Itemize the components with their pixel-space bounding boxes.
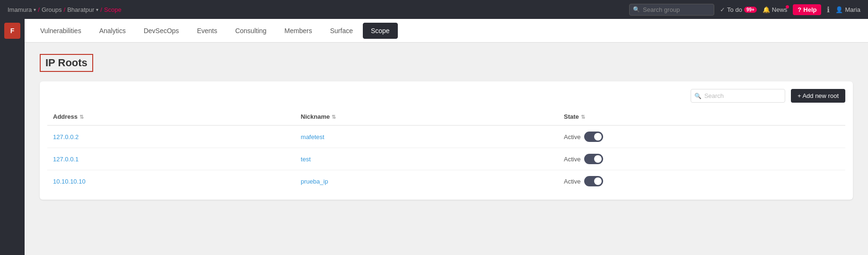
col-label-address: Address — [53, 113, 78, 120]
help-button[interactable]: ? Help — [793, 4, 821, 15]
help-icon: ? — [798, 6, 801, 13]
user-label: Maria — [845, 6, 860, 13]
table-header-row: Address⇅Nickname⇅State⇅ — [47, 108, 845, 125]
top-nav-right: 🔍 ✓ To do 99+ 🔔 News ? Help ℹ 👤 Maria — [629, 4, 860, 16]
add-new-root-button[interactable]: + Add new root — [791, 89, 845, 103]
table-row: 127.0.0.1testActive — [47, 148, 845, 170]
row-state-1: Active — [558, 148, 845, 170]
col-header-address[interactable]: Address⇅ — [47, 108, 295, 125]
search-group-icon: 🔍 — [633, 6, 640, 13]
ip-roots-table: Address⇅Nickname⇅State⇅ 127.0.0.2mafetes… — [47, 108, 845, 192]
tab-members[interactable]: Members — [276, 23, 320, 39]
search-group-wrap: 🔍 — [629, 4, 714, 16]
info-button[interactable]: ℹ — [827, 5, 830, 14]
news-label: News — [772, 6, 788, 13]
row-toggle-2[interactable] — [584, 176, 603, 186]
sidebar-logo[interactable]: F — [4, 23, 20, 39]
breadcrumb-scope: Scope — [104, 6, 122, 13]
sidebar: F — [0, 19, 25, 255]
row-toggle-1[interactable] — [584, 154, 603, 164]
row-address-1[interactable]: 127.0.0.1 — [47, 148, 295, 170]
col-header-nickname[interactable]: Nickname⇅ — [295, 108, 558, 125]
table-row: 127.0.0.2mafetestActive — [47, 125, 845, 148]
news-dot — [786, 5, 789, 9]
tab-consulting[interactable]: Consulting — [227, 23, 274, 39]
table-head: Address⇅Nickname⇅State⇅ — [47, 108, 845, 125]
layout: F VulnerabilitiesAnalyticsDevSecOpsEvent… — [0, 19, 868, 255]
tab-events[interactable]: Events — [189, 23, 225, 39]
row-address-2[interactable]: 10.10.10.10 — [47, 170, 295, 193]
sort-icon-address[interactable]: ⇅ — [79, 114, 84, 120]
user-icon: 👤 — [835, 6, 843, 13]
imamura-dropdown-icon[interactable]: ▾ — [34, 7, 36, 12]
table-card: 🔍 + Add new root Address⇅Nickname⇅State⇅… — [40, 81, 853, 200]
row-state-2: Active — [558, 170, 845, 193]
todo-badge: 99+ — [744, 7, 757, 13]
section-title: IP Roots — [40, 54, 93, 72]
tab-analytics[interactable]: Analytics — [91, 23, 134, 39]
table-search-input[interactable] — [691, 89, 785, 103]
sort-icon-state[interactable]: ⇅ — [581, 114, 585, 120]
row-state-label-0: Active — [564, 133, 580, 141]
row-state-label-2: Active — [564, 178, 580, 185]
check-icon: ✓ — [720, 6, 725, 13]
news-button[interactable]: 🔔 News — [763, 6, 788, 13]
table-body: 127.0.0.2mafetestActive127.0.0.1testActi… — [47, 125, 845, 192]
search-group-input[interactable] — [629, 4, 714, 16]
user-menu[interactable]: 👤 Maria — [835, 6, 860, 13]
tab-devsecops[interactable]: DevSecOps — [136, 23, 187, 39]
breadcrumb-groups[interactable]: Groups — [42, 6, 62, 13]
help-label: Help — [803, 6, 816, 13]
row-nickname-0[interactable]: mafetest — [295, 125, 558, 148]
row-toggle-0[interactable] — [584, 132, 603, 142]
bell-icon: 🔔 — [763, 6, 770, 13]
table-search-icon: 🔍 — [694, 93, 701, 99]
tab-surface[interactable]: Surface — [322, 23, 361, 39]
page-body: IP Roots 🔍 + Add new root Address⇅Nickna… — [25, 43, 868, 255]
row-nickname-1[interactable]: test — [295, 148, 558, 170]
row-state-label-1: Active — [564, 156, 580, 163]
top-nav: Imamura ▾ / Groups / Bharatpur ▾ / Scope… — [0, 0, 868, 19]
col-label-state: State — [564, 113, 579, 120]
row-nickname-2[interactable]: prueba_ip — [295, 170, 558, 193]
tab-scope[interactable]: Scope — [363, 23, 398, 39]
bharatpur-dropdown-icon[interactable]: ▾ — [96, 7, 98, 12]
col-header-state[interactable]: State⇅ — [558, 108, 845, 125]
breadcrumb-imamura[interactable]: Imamura — [8, 6, 32, 13]
tab-bar: VulnerabilitiesAnalyticsDevSecOpsEventsC… — [25, 19, 868, 43]
row-address-0[interactable]: 127.0.0.2 — [47, 125, 295, 148]
table-row: 10.10.10.10prueba_ipActive — [47, 170, 845, 193]
table-search-wrap: 🔍 — [691, 89, 785, 103]
breadcrumb-bharatpur[interactable]: Bharatpur — [67, 6, 94, 13]
row-state-0: Active — [558, 125, 845, 148]
main-content: VulnerabilitiesAnalyticsDevSecOpsEventsC… — [25, 19, 868, 255]
table-toolbar: 🔍 + Add new root — [47, 89, 845, 103]
sort-icon-nickname[interactable]: ⇅ — [332, 114, 336, 120]
tab-vulnerabilities[interactable]: Vulnerabilities — [32, 23, 89, 39]
breadcrumb: Imamura ▾ / Groups / Bharatpur ▾ / Scope — [8, 6, 122, 13]
col-label-nickname: Nickname — [301, 113, 330, 120]
todo-label: To do — [727, 6, 742, 13]
todo-button[interactable]: ✓ To do 99+ — [720, 6, 757, 13]
